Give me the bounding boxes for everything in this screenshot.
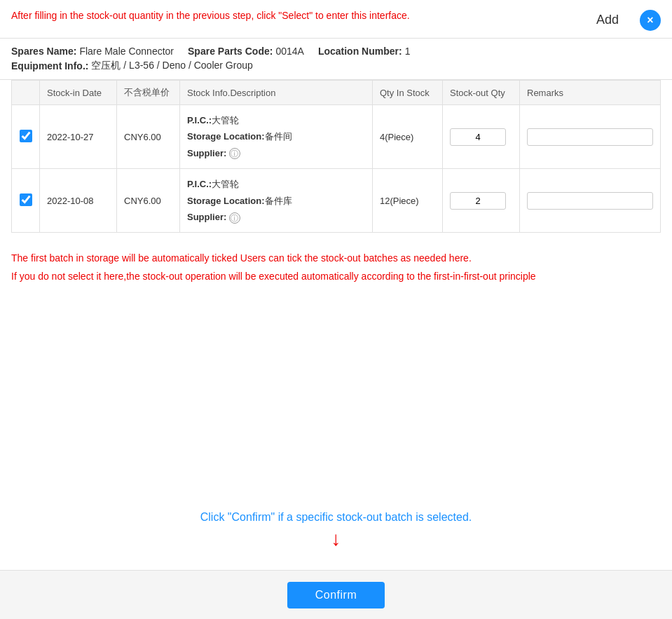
equipment-item: Equipment Info.: 空压机 / L3-56 / Deno / Co… [11,60,253,72]
col-header-qty-stock: Qty In Stock [373,81,443,105]
spares-name-item: Spares Name: Flare Male Connector [11,46,174,57]
storage-label: Storage Location:备件间 [187,131,292,142]
header: After filling in the stock-out quantity … [0,0,672,39]
parts-code-value: 0014A [275,46,303,57]
location-label: Location Number: [318,46,402,57]
spares-name-label: Spares Name: [11,46,76,57]
row-price: CNY6.00 [117,105,180,169]
remarks-input[interactable] [527,192,653,210]
spares-name-value: Flare Male Connector [79,46,174,57]
equipment-value: 空压机 / L3-56 / Deno / Cooler Group [91,60,252,72]
header-title: Add [596,13,619,27]
bottom-instruction-text: Click "Confirm" if a specific stock-out … [0,511,672,524]
supplier-info-icon[interactable]: ⓘ [229,148,240,159]
info-section: Spares Name: Flare Male Connector Spare … [0,39,672,80]
row-qty-in-stock: 12(Piece) [373,169,443,233]
info-row-2: Equipment Info.: 空压机 / L3-56 / Deno / Co… [11,60,661,72]
supplier-info-icon[interactable]: ⓘ [229,212,240,224]
row-checkbox-cell[interactable] [12,105,40,169]
info-row-1: Spares Name: Flare Male Connector Spare … [11,46,661,57]
row-remarks-cell[interactable] [520,105,661,169]
row-qty-in-stock: 4(Piece) [373,105,443,169]
row-stockout-qty-cell[interactable] [443,169,520,233]
annotation-text: The first batch in storage will be autom… [11,250,661,285]
parts-code-item: Spare Parts Code: 0014A [188,46,304,57]
annotation-section: The first batch in storage will be autom… [0,233,672,292]
row-checkbox[interactable] [20,193,32,206]
table-row: 2022-10-27CNY6.00 P.I.C.:大管轮 Storage Loc… [12,105,661,169]
row-date: 2022-10-27 [40,105,117,169]
supplier-label: Supplier: ⓘ [187,212,240,222]
pic-label: P.I.C.:大管轮 [187,179,239,189]
annotation-line1: The first batch in storage will be autom… [11,252,472,264]
row-checkbox-cell[interactable] [12,169,40,233]
equipment-label: Equipment Info.: [11,60,88,72]
row-remarks-cell[interactable] [520,169,661,233]
arrow-down-icon: ↓ [0,529,672,549]
supplier-label: Supplier: ⓘ [187,148,240,158]
storage-label: Storage Location:备件库 [187,196,292,206]
close-button[interactable]: × [640,10,661,31]
location-value: 1 [405,46,411,57]
stockout-qty-input[interactable] [450,128,506,146]
table-header-row: Stock-in Date 不含税单价 Stock Info.Descripti… [12,81,661,105]
row-checkbox[interactable] [20,130,32,142]
stockout-qty-input[interactable] [450,192,506,210]
stock-table: Stock-in Date 不含税单价 Stock Info.Descripti… [11,80,661,233]
close-icon: × [647,14,653,27]
location-item: Location Number: 1 [318,46,411,57]
bottom-instruction: Click "Confirm" if a specific stock-out … [0,511,672,549]
col-header-info: Stock Info.Description [180,81,373,105]
stock-table-section: Stock-in Date 不含税单价 Stock Info.Descripti… [0,80,672,233]
row-stock-info: P.I.C.:大管轮 Storage Location:备件间 Supplier… [180,105,373,169]
col-header-stockout: Stock-out Qty [443,81,520,105]
remarks-input[interactable] [527,128,653,146]
annotation-line2: If you do not select it here,the stock-o… [11,271,536,282]
row-stock-info: P.I.C.:大管轮 Storage Location:备件库 Supplier… [180,169,373,233]
col-header-date: Stock-in Date [40,81,117,105]
row-stockout-qty-cell[interactable] [443,105,520,169]
parts-code-label: Spare Parts Code: [188,46,273,57]
confirm-button[interactable]: Confirm [287,582,385,608]
table-row: 2022-10-08CNY6.00 P.I.C.:大管轮 Storage Loc… [12,169,661,233]
col-header-no [12,81,40,105]
confirm-area: Confirm [0,570,672,619]
col-header-price: 不含税单价 [117,81,180,105]
header-instruction: After filling in the stock-out quantity … [11,8,589,23]
row-price: CNY6.00 [117,169,180,233]
row-date: 2022-10-08 [40,169,117,233]
pic-label: P.I.C.:大管轮 [187,115,239,125]
col-header-remarks: Remarks [520,81,661,105]
